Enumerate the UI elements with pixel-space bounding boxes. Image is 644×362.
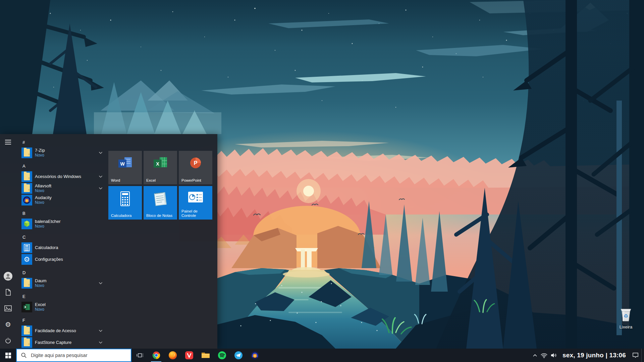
notepad-icon [152, 191, 169, 207]
app-row-calculadora[interactable]: Calculadora [16, 242, 107, 253]
taskbar-app-spotify[interactable] [214, 349, 230, 362]
pictures-icon [4, 305, 12, 311]
taskbar-app-audacity[interactable] [247, 349, 263, 362]
app-row-faststone[interactable]: FastStone Capture [16, 337, 107, 348]
power-button[interactable] [0, 333, 16, 349]
tray-volume-button[interactable] [549, 349, 559, 362]
expand-menu-button[interactable] [0, 134, 16, 150]
recycle-bin[interactable]: ♻ Lixeira [614, 307, 638, 329]
gear-icon: ⚙ [5, 321, 11, 328]
section-header[interactable]: B [16, 209, 107, 218]
folder-icon [21, 147, 32, 158]
section-header[interactable]: F [16, 316, 107, 325]
chevron-down-icon[interactable] [99, 341, 103, 344]
word-icon: W [116, 156, 134, 172]
chevron-down-icon[interactable] [99, 329, 103, 332]
app-row-audacity[interactable]: Audacity Novo [16, 194, 107, 206]
app-row-7zip[interactable]: 7-Zip Novo [16, 147, 107, 159]
audacity-icon [251, 351, 259, 360]
chrome-icon [152, 351, 161, 360]
app-name: Acessórios do Windows [35, 174, 81, 179]
svg-text:X: X [156, 161, 159, 167]
tile-calculadora[interactable]: Calculadora [108, 186, 142, 220]
start-button[interactable] [0, 349, 16, 362]
audacity-icon [21, 195, 32, 205]
settings-button[interactable]: ⚙ [0, 316, 16, 333]
app-status: Novo [35, 153, 45, 158]
app-status: Novo [35, 224, 61, 229]
app-row-acessorios[interactable]: Acessórios do Windows [16, 171, 107, 182]
tile-excel[interactable]: X Excel [144, 151, 177, 184]
tray-network-button[interactable] [539, 349, 549, 362]
folder-icon [21, 278, 32, 289]
taskbar-app-file-explorer[interactable] [197, 349, 214, 362]
taskbar-search[interactable] [16, 349, 131, 362]
chevron-down-icon[interactable] [99, 152, 103, 154]
documents-button[interactable] [0, 284, 16, 300]
app-status: Novo [35, 307, 46, 312]
tile-label: Word [111, 178, 140, 183]
folder-icon [21, 183, 32, 194]
tray-chevron-up-button[interactable] [531, 349, 539, 362]
app-row-excel[interactable]: X Excel Novo [16, 301, 107, 313]
tile-painel-de-controle[interactable]: Painel de Controle [179, 186, 212, 220]
app-status: Novo [35, 200, 52, 205]
spotify-icon [218, 351, 226, 360]
app-section: # 7-Zip Novo [16, 138, 107, 159]
pictures-button[interactable] [0, 300, 16, 316]
app-row-daum[interactable]: Daum Novo [16, 277, 107, 289]
app-name: Allavsoft [35, 183, 51, 188]
app-row-facilidade[interactable]: Facilidade de Acesso [16, 325, 107, 337]
file-explorer-icon [201, 352, 210, 359]
telegram-icon [234, 351, 243, 360]
svg-text:♻: ♻ [624, 313, 628, 319]
section-header[interactable]: D [16, 268, 107, 277]
folder-icon [21, 171, 32, 182]
section-header[interactable]: C [16, 233, 107, 242]
app-row-configuracoes[interactable]: ⚙ Configurações [16, 253, 107, 265]
user-account-button[interactable] [0, 268, 16, 284]
action-center-button[interactable] [629, 349, 641, 362]
balena-etcher-icon [21, 219, 32, 229]
chevron-down-icon[interactable] [99, 175, 103, 178]
firefox-icon [168, 351, 177, 360]
search-input[interactable] [30, 352, 128, 358]
action-center-icon [632, 352, 639, 359]
chevron-down-icon[interactable] [99, 187, 103, 190]
tile-word[interactable]: W Word [108, 151, 142, 184]
section-header[interactable]: E [16, 292, 107, 301]
tile-label: Painel de Controle [181, 209, 210, 218]
task-view-icon [136, 352, 144, 359]
svg-text:X: X [24, 305, 26, 309]
section-header[interactable]: # [16, 138, 107, 147]
app-section: E X Excel Novo [16, 292, 107, 313]
excel-icon: X [21, 302, 32, 312]
start-menu-tiles: W Word X Excel [108, 151, 212, 220]
taskbar-app-telegram[interactable] [230, 349, 247, 362]
taskbar-app-vivaldi[interactable] [181, 349, 197, 362]
volume-icon [550, 352, 558, 358]
app-row-allavsoft[interactable]: Allavsoft Novo [16, 182, 107, 194]
taskbar-app-firefox[interactable] [164, 349, 181, 362]
recycle-bin-icon: ♻ [618, 307, 634, 322]
task-view-button[interactable] [131, 349, 148, 362]
powerpoint-icon: P [187, 156, 204, 172]
taskbar-clock[interactable]: sex, 19 junho | 13:06 [562, 352, 626, 359]
chevron-down-icon[interactable] [99, 282, 103, 285]
show-desktop-button[interactable] [641, 349, 644, 362]
taskbar-app-chrome[interactable] [148, 349, 164, 362]
system-tray: sex, 19 junho | 13:06 [531, 349, 644, 362]
app-section: A Acessórios do Windows Allavsoft Novo [16, 162, 107, 206]
tile-bloco-de-notas[interactable]: Bloco de Notas [144, 186, 177, 220]
app-row-balenaetcher[interactable]: balenaEtcher Novo [16, 218, 107, 230]
app-section: B balenaEtcher Novo [16, 209, 107, 230]
tile-label: PowerPoint [181, 178, 210, 183]
section-header[interactable]: A [16, 162, 107, 171]
recycle-bin-label: Lixeira [614, 324, 638, 329]
excel-icon: X [152, 156, 169, 172]
app-section: C Calculadora [16, 233, 107, 265]
settings-gear-icon: ⚙ [21, 254, 32, 265]
search-icon [21, 352, 27, 358]
tile-powerpoint[interactable]: P PowerPoint [179, 151, 212, 184]
app-name: Daum [35, 278, 47, 283]
